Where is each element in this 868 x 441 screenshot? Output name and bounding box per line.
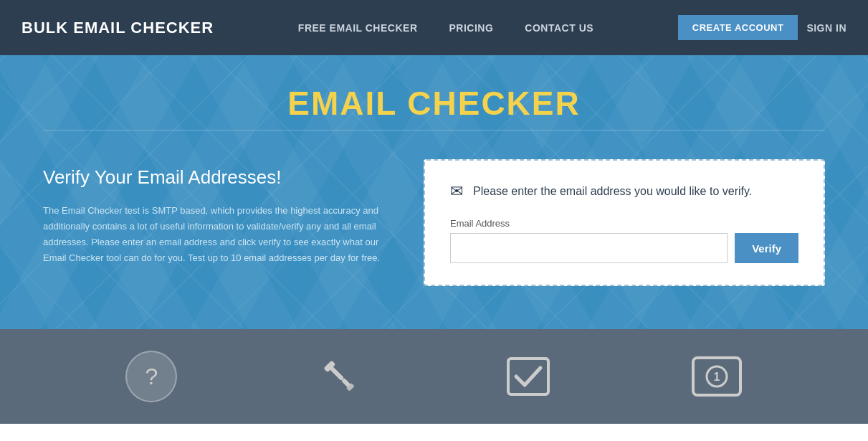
signin-button[interactable]: SIGN IN	[806, 22, 846, 34]
hero-description: The Email Checker test is SMTP based, wh…	[43, 203, 395, 266]
question-icon: ?	[125, 351, 177, 402]
nav-link-pricing[interactable]: PRICING	[434, 22, 510, 34]
dollar-icon: 1	[691, 351, 743, 402]
footer-icon-question: ?	[125, 351, 177, 402]
footer-icons-section: ? 1	[0, 329, 868, 424]
verify-input-row: Verify	[450, 233, 798, 263]
hero-text: Verify Your Email Addresses! The Email C…	[43, 159, 395, 266]
hero-divider	[43, 130, 825, 131]
verify-card-header-text: Please enter the email address you would…	[473, 185, 752, 198]
nav-link-free-email-checker[interactable]: FREE EMAIL CHECKER	[282, 22, 434, 34]
checkbox-icon	[502, 351, 554, 402]
hero-section: EMAIL CHECKER Verify Your Email Addresse…	[0, 55, 868, 329]
email-address-input[interactable]	[450, 233, 728, 263]
verify-card-header: ✉ Please enter the email address you wou…	[450, 182, 798, 201]
svg-rect-4	[508, 359, 548, 394]
navbar-brand: BULK EMAIL CHECKER	[22, 19, 214, 37]
create-account-button[interactable]: CREATE ACCOUNT	[678, 15, 798, 40]
hero-subtitle: Verify Your Email Addresses!	[43, 166, 395, 189]
hero-content: Verify Your Email Addresses! The Email C…	[43, 159, 825, 286]
footer-icon-checkbox	[502, 351, 554, 402]
wrench-icon	[314, 351, 366, 402]
hero-title: EMAIL CHECKER	[43, 84, 825, 123]
email-address-label: Email Address	[450, 218, 798, 229]
footer-icon-wrench	[314, 351, 366, 402]
email-icon: ✉	[450, 182, 463, 201]
nav-link-contact-us[interactable]: CONTACT US	[509, 22, 609, 34]
footer-icon-dollar: 1	[691, 351, 743, 402]
navbar-nav: FREE EMAIL CHECKER PRICING CONTACT US	[282, 22, 609, 34]
verify-button[interactable]: Verify	[735, 233, 798, 263]
nav-actions: CREATE ACCOUNT SIGN IN	[678, 15, 846, 40]
svg-text:1: 1	[713, 371, 720, 383]
navbar: BULK EMAIL CHECKER FREE EMAIL CHECKER PR…	[0, 0, 868, 55]
verify-card: ✉ Please enter the email address you wou…	[424, 159, 825, 286]
